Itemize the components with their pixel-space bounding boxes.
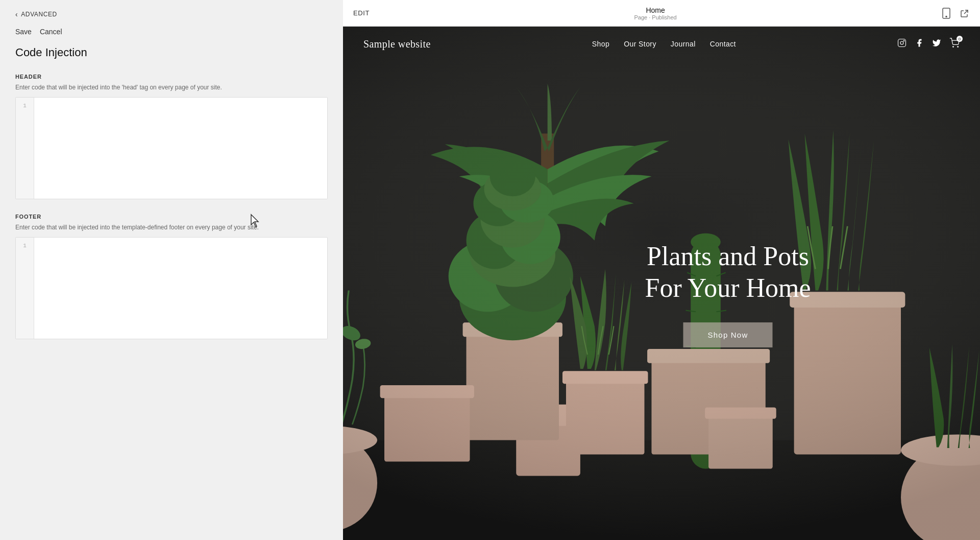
facebook-icon[interactable] [915, 38, 924, 50]
toolbar-center: Home Page · Published [634, 6, 677, 20]
footer-editor-gutter: 1 [16, 238, 34, 339]
nav-link-shop[interactable]: Shop [592, 40, 609, 48]
header-code-textarea[interactable] [34, 98, 327, 199]
svg-point-48 [900, 41, 903, 44]
editor-toolbar: EDIT Home Page · Published [343, 0, 980, 27]
svg-rect-47 [898, 39, 905, 47]
back-link-label: ADVANCED [21, 11, 57, 18]
twitter-icon[interactable] [932, 38, 941, 50]
hero-title-line2: For Your Home [645, 273, 811, 302]
toolbar-right [941, 8, 970, 18]
website-preview: Sample website Shop Our Story Journal Co… [343, 27, 980, 540]
footer-line-number: 1 [23, 243, 27, 249]
svg-point-51 [958, 46, 959, 48]
action-buttons: Save Cancel [15, 28, 328, 36]
external-link-icon[interactable] [960, 8, 970, 18]
footer-section-desc: Enter code that will be injected into th… [15, 223, 328, 232]
right-panel: EDIT Home Page · Published [343, 0, 980, 540]
preview-container: Sample website Shop Our Story Journal Co… [343, 27, 980, 540]
footer-code-textarea[interactable] [34, 238, 327, 339]
site-nav: Sample website Shop Our Story Journal Co… [343, 27, 980, 61]
cancel-button[interactable]: Cancel [40, 28, 62, 36]
toolbar-page-name: Home [646, 6, 665, 14]
header-section-desc: Enter code that will be injected into th… [15, 83, 328, 92]
site-logo: Sample website [363, 38, 431, 50]
page-title: Code Injection [15, 46, 328, 59]
nav-link-our-story[interactable]: Our Story [624, 40, 656, 48]
back-arrow-icon: ‹ [15, 10, 18, 18]
nav-link-journal[interactable]: Journal [671, 40, 696, 48]
save-button[interactable]: Save [15, 28, 32, 36]
header-section-label: HEADER [15, 74, 328, 80]
cart-badge: 0 [957, 36, 963, 42]
site-nav-links: Shop Our Story Journal Contact [592, 40, 736, 48]
toolbar-page-status: Page · Published [634, 14, 677, 20]
shop-now-button[interactable]: Shop Now [683, 322, 773, 347]
edit-button[interactable]: EDIT [353, 9, 370, 17]
left-panel: ‹ ADVANCED Save Cancel Code Injection HE… [0, 0, 343, 540]
site-nav-icons: 0 [897, 38, 960, 50]
hero-title-line1: Plants and Pots [647, 242, 809, 271]
nav-link-contact[interactable]: Contact [710, 40, 736, 48]
header-line-number: 1 [23, 103, 27, 109]
footer-code-editor[interactable]: 1 [15, 237, 328, 339]
hero-content: Plants and Pots For Your Home Shop Now [645, 241, 811, 348]
back-link[interactable]: ‹ ADVANCED [15, 10, 328, 18]
svg-point-50 [953, 46, 954, 48]
cart-icon[interactable]: 0 [949, 38, 960, 50]
hero-title: Plants and Pots For Your Home [645, 241, 811, 304]
mobile-view-icon[interactable] [941, 8, 951, 18]
header-code-editor[interactable]: 1 [15, 97, 328, 199]
footer-section-label: FOOTER [15, 214, 328, 220]
svg-point-1 [946, 16, 947, 17]
header-editor-gutter: 1 [16, 98, 34, 199]
svg-point-49 [903, 40, 904, 41]
instagram-icon[interactable] [897, 38, 906, 50]
